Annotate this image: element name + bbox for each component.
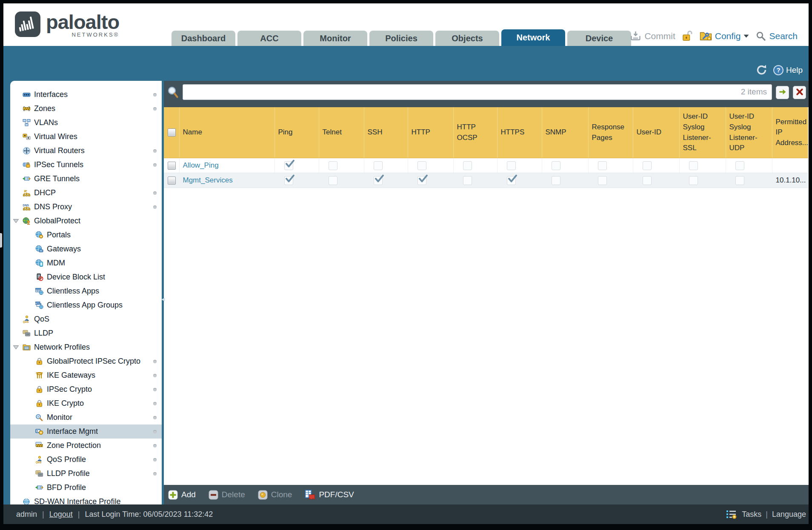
column-header-http-ocsp[interactable]: HTTP OCSP [453, 107, 497, 158]
http-ocsp-cell [453, 158, 497, 173]
sidebar-item-label: DHCP [34, 188, 56, 197]
column-header-telnet[interactable]: Telnet [319, 107, 364, 158]
column-header-user-id-syslog-listener-ssl[interactable]: User-ID Syslog Listener-SSL [679, 107, 726, 158]
sidebar-item-vlans[interactable]: VLANs [10, 116, 162, 130]
config-button[interactable]: Config [700, 31, 749, 41]
subheader-actions: ? Help [756, 64, 803, 76]
sidebar-item-portals[interactable]: Portals [10, 228, 162, 242]
sidebar-item-label: MDM [47, 259, 65, 268]
tab-policies[interactable]: Policies [369, 31, 433, 46]
sidebar-item-virtual-routers[interactable]: Virtual Routers [10, 144, 162, 158]
sidebar-item-zone-protection[interactable]: Zone Protection [10, 439, 162, 453]
column-header-user-id-syslog-listener-udp[interactable]: User-ID Syslog Listener-UDP [726, 107, 772, 158]
column-header-permitted-ip-address[interactable]: Permitted IP Address... [772, 107, 808, 158]
sidebar-item-sd-wan-interface-profile[interactable]: SD-WAN Interface Profile [10, 495, 162, 504]
row-checkbox[interactable] [168, 177, 176, 185]
column-header-snmp[interactable]: SNMP [542, 107, 588, 158]
profile-link-mgmt-services[interactable]: Mgmt_Services [183, 176, 233, 184]
dns-proxy-icon: DNS [22, 203, 31, 211]
sidebar-item-interfaces[interactable]: Interfaces [10, 88, 162, 102]
sidebar-item-qos[interactable]: QoSQoS [10, 312, 162, 326]
separator: | [766, 510, 768, 519]
sidebar-item-qos-profile[interactable]: QoSQoS Profile [10, 453, 162, 467]
apply-filter-button[interactable] [776, 86, 789, 99]
sidebar-item-mdm[interactable]: MDM [10, 256, 162, 270]
column-header-user-id[interactable]: User-ID [633, 107, 679, 158]
pdf-csv-button[interactable]: PDF/CSV [305, 490, 354, 500]
tab-network[interactable]: Network [501, 29, 565, 46]
sidebar-item-device-block-list[interactable]: Device Block List [10, 270, 162, 284]
http-ocsp-cell [453, 173, 497, 188]
row-checkbox[interactable] [168, 162, 176, 170]
header-actions: Commit Config Search [630, 30, 798, 42]
sidebar-item-dhcp[interactable]: IPDHCP [10, 186, 162, 200]
help-button[interactable]: ? Help [773, 65, 803, 76]
help-label: Help [786, 66, 803, 75]
tab-dashboard[interactable]: Dashboard [172, 31, 235, 46]
select-all-checkbox[interactable] [168, 128, 176, 137]
expand-triangle-icon[interactable] [10, 345, 22, 350]
check-icon [507, 174, 518, 186]
column-header-https[interactable]: HTTPS [497, 107, 542, 158]
sidebar-item-ike-gateways[interactable]: IKE Gateways [10, 368, 162, 382]
sidebar-item-lldp[interactable]: LLDP [10, 326, 162, 340]
sidebar-item-ipsec-crypto[interactable]: IPSec Crypto [10, 382, 162, 396]
sidebar-item-label: Interface Mgmt [47, 427, 98, 436]
sidebar-item-clientless-app-groups[interactable]: Clientless App Groups [10, 298, 162, 312]
lldp-profile-icon [35, 470, 44, 478]
column-header-response-pages[interactable]: Response Pages [588, 107, 633, 158]
sidebar-item-zones[interactable]: Zones [10, 102, 162, 116]
tab-objects[interactable]: Objects [435, 31, 499, 46]
logout-link[interactable]: Logout [49, 510, 73, 519]
sidebar-item-network-profiles[interactable]: Network Profiles [10, 340, 162, 354]
ping-checkbox [284, 176, 293, 185]
sidebar-item-ike-crypto[interactable]: IKE Crypto [10, 396, 162, 410]
filter-input[interactable] [183, 84, 772, 100]
ike-gateways-icon [35, 371, 44, 380]
svg-text:QoS: QoS [23, 320, 29, 324]
telnet-cell [319, 173, 364, 188]
expand-triangle-icon[interactable] [10, 219, 22, 223]
add-button[interactable]: Add [168, 490, 196, 500]
sidebar-collapse-handle[interactable]: ◀ [160, 293, 166, 305]
profile-link-allow-ping[interactable]: Allow_Ping [183, 161, 219, 169]
ping-checkbox [284, 161, 293, 170]
sidebar-item-globalprotect-ipsec-crypto[interactable]: GlobalProtect IPSec Crypto [10, 354, 162, 368]
sidebar-item-interface-mgmt[interactable]: Interface Mgmt [10, 425, 162, 439]
user-id-checkbox [643, 176, 652, 185]
padlock-icon [35, 385, 44, 394]
sidebar-item-lldp-profile[interactable]: LLDP Profile [10, 467, 162, 481]
lock-icon[interactable] [682, 30, 693, 42]
item-dot [153, 191, 157, 195]
sidebar-item-monitor[interactable]: Monitor [10, 410, 162, 425]
commit-label: Commit [644, 31, 675, 41]
ssh-checkbox [374, 176, 383, 185]
column-header-name[interactable]: Name [179, 107, 274, 158]
mdm-icon [35, 259, 44, 268]
dhcp-icon: IP [22, 189, 31, 197]
snmp-cell [542, 173, 588, 188]
sidebar-item-dns-proxy[interactable]: DNSDNS Proxy [10, 200, 162, 214]
sidebar-item-ipsec-tunnels[interactable]: IPSec Tunnels [10, 158, 162, 172]
items-count: 2 items [741, 87, 767, 97]
user-id-syslog-listener-udp-cell [726, 173, 772, 188]
tab-acc[interactable]: ACC [237, 31, 301, 46]
tab-device[interactable]: Device [567, 31, 631, 46]
tasks-button[interactable]: Tasks [742, 510, 761, 519]
commit-button[interactable]: Commit [630, 31, 675, 41]
tab-monitor[interactable]: Monitor [303, 31, 367, 46]
sidebar-item-bfd-profile[interactable]: BFD Profile [10, 481, 162, 495]
clear-filter-button[interactable] [793, 86, 806, 99]
column-header-ssh[interactable]: SSH [364, 107, 408, 158]
sidebar-item-gateways[interactable]: Gateways [10, 242, 162, 256]
column-header-ping[interactable]: Ping [274, 107, 319, 158]
sidebar-item-virtual-wires[interactable]: Virtual Wires [10, 130, 162, 144]
search-button[interactable]: Search [756, 31, 798, 41]
sidebar-item-globalprotect[interactable]: GlobalProtect [10, 214, 162, 228]
language-button[interactable]: Language [772, 510, 806, 519]
sidebar-item-gre-tunnels[interactable]: GRE Tunnels [10, 172, 162, 186]
column-header-http[interactable]: HTTP [408, 107, 453, 158]
refresh-icon[interactable] [756, 64, 768, 76]
https-cell [497, 158, 542, 173]
sidebar-item-clientless-apps[interactable]: Clientless Apps [10, 284, 162, 298]
